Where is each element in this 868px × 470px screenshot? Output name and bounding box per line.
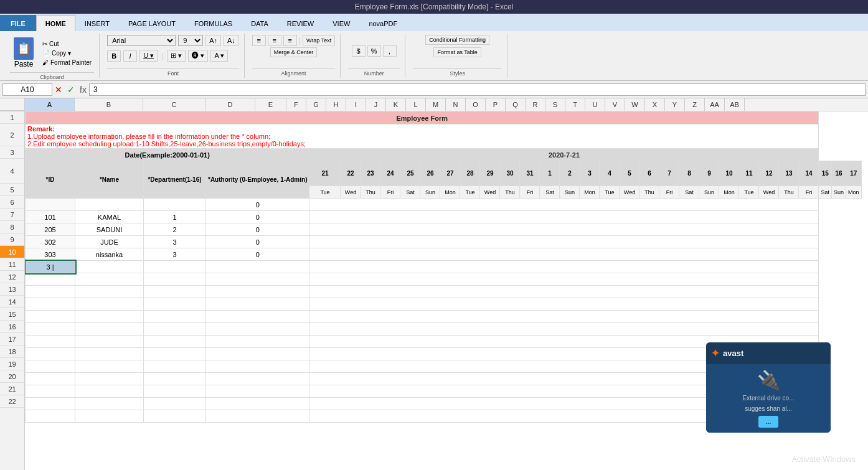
dollar-button[interactable]: $ bbox=[352, 45, 366, 57]
emp-empty-auth[interactable]: 0 bbox=[206, 199, 309, 211]
saduni-id[interactable]: 205 bbox=[26, 223, 75, 236]
tab-view[interactable]: VIEW bbox=[323, 15, 359, 31]
col-header-h[interactable]: H bbox=[326, 98, 346, 111]
col-header-o[interactable]: O bbox=[466, 98, 486, 111]
col-header-d[interactable]: D bbox=[205, 98, 255, 111]
nissanka-auth[interactable]: 0 bbox=[206, 248, 309, 261]
comma-button[interactable]: , bbox=[383, 45, 397, 57]
wrap-text-button[interactable]: Wrap Text bbox=[303, 35, 335, 45]
emp-empty-id[interactable] bbox=[26, 199, 75, 211]
col-header-i[interactable]: I bbox=[346, 98, 366, 111]
row-num-15[interactable]: 15 bbox=[0, 308, 24, 321]
row-num-4[interactable]: 4 bbox=[0, 159, 24, 184]
avast-button[interactable]: ... bbox=[758, 416, 778, 428]
row-num-21[interactable]: 21 bbox=[0, 383, 24, 395]
row-num-19[interactable]: 19 bbox=[0, 358, 24, 370]
kamal-id[interactable]: 101 bbox=[26, 211, 75, 223]
row-num-9[interactable]: 9 bbox=[0, 233, 24, 246]
col-header-u[interactable]: U bbox=[585, 98, 605, 111]
col-header-t[interactable]: T bbox=[565, 98, 585, 111]
row-num-6[interactable]: 6 bbox=[0, 196, 24, 209]
col-header-r[interactable]: R bbox=[526, 98, 545, 111]
col-header-x[interactable]: X bbox=[645, 98, 665, 111]
col-header-c[interactable]: C bbox=[143, 98, 205, 111]
col-header-k[interactable]: K bbox=[386, 98, 406, 111]
align-center-button[interactable]: ≡ bbox=[268, 35, 281, 46]
row-num-22[interactable]: 22 bbox=[0, 395, 24, 408]
row-num-2[interactable]: 2 bbox=[0, 124, 24, 146]
col-header-b[interactable]: B bbox=[75, 98, 143, 111]
saduni-dept[interactable]: 2 bbox=[144, 223, 206, 236]
tab-review[interactable]: REVIEW bbox=[278, 15, 323, 31]
emp-empty-name[interactable] bbox=[75, 199, 144, 211]
kamal-name[interactable]: KAMAL bbox=[75, 211, 144, 223]
tab-file[interactable]: FILE bbox=[0, 15, 36, 31]
row-num-8[interactable]: 8 bbox=[0, 221, 24, 233]
tab-insert[interactable]: INSERT bbox=[75, 15, 119, 31]
col-header-e[interactable]: E bbox=[255, 98, 286, 111]
col-header-p[interactable]: P bbox=[486, 98, 506, 111]
tab-home[interactable]: HOME bbox=[36, 15, 75, 31]
row-num-14[interactable]: 14 bbox=[0, 296, 24, 308]
jude-dept[interactable]: 3 bbox=[144, 236, 206, 248]
row-num-13[interactable]: 13 bbox=[0, 283, 24, 296]
underline-button[interactable]: U ▾ bbox=[139, 50, 158, 62]
border-button[interactable]: ⊞ ▾ bbox=[167, 50, 186, 62]
emp-empty-dept[interactable] bbox=[144, 199, 206, 211]
nissanka-dept[interactable]: 3 bbox=[144, 248, 206, 261]
align-left-button[interactable]: ≡ bbox=[252, 35, 266, 46]
jude-auth[interactable]: 0 bbox=[206, 236, 309, 248]
kamal-auth[interactable]: 0 bbox=[206, 211, 309, 223]
col-header-j[interactable]: J bbox=[366, 98, 386, 111]
row-num-16[interactable]: 16 bbox=[0, 321, 24, 333]
bold-button[interactable]: B bbox=[107, 50, 121, 62]
row-num-12[interactable]: 12 bbox=[0, 271, 24, 283]
font-name-select[interactable]: Arial bbox=[107, 35, 176, 46]
decrease-font-button[interactable]: A↓ bbox=[224, 35, 239, 46]
col-header-f[interactable]: F bbox=[286, 98, 306, 111]
col-header-q[interactable]: Q bbox=[506, 98, 526, 111]
col-header-l[interactable]: L bbox=[406, 98, 426, 111]
cell-reference-box[interactable]: A10 bbox=[2, 83, 52, 96]
copy-button[interactable]: 📄 Copy ▾ bbox=[40, 49, 94, 57]
italic-button[interactable]: I bbox=[123, 50, 137, 62]
col-header-s[interactable]: S bbox=[545, 98, 565, 111]
conditional-formatting-button[interactable]: Conditional Formatting bbox=[425, 35, 489, 45]
format-painter-button[interactable]: 🖌 Format Painter bbox=[40, 59, 94, 67]
row-num-5[interactable]: 5 bbox=[0, 184, 24, 196]
col-header-g[interactable]: G bbox=[306, 98, 326, 111]
increase-font-button[interactable]: A↑ bbox=[205, 35, 221, 46]
col-header-aa[interactable]: AA bbox=[705, 98, 725, 111]
formula-input[interactable] bbox=[89, 83, 866, 96]
tab-data[interactable]: DATA bbox=[242, 15, 278, 31]
col-header-z[interactable]: Z bbox=[685, 98, 705, 111]
tab-novapdf[interactable]: novaPDF bbox=[359, 15, 407, 31]
col-header-ab[interactable]: AB bbox=[725, 98, 745, 111]
row-num-7[interactable]: 7 bbox=[0, 209, 24, 221]
col-header-v[interactable]: V bbox=[605, 98, 625, 111]
paste-button[interactable]: 📋 Paste bbox=[10, 35, 37, 71]
col-header-n[interactable]: N bbox=[446, 98, 466, 111]
cut-button[interactable]: ✂ Cut bbox=[40, 40, 94, 48]
saduni-auth[interactable]: 0 bbox=[206, 223, 309, 236]
col-header-a[interactable]: A bbox=[25, 98, 75, 111]
font-color-button[interactable]: A ▾ bbox=[210, 50, 228, 62]
row-num-1[interactable]: 1 bbox=[0, 111, 24, 124]
tab-formulas[interactable]: FORMULAS bbox=[185, 15, 242, 31]
row-num-18[interactable]: 18 bbox=[0, 345, 24, 358]
row-num-11[interactable]: 11 bbox=[0, 258, 24, 271]
format-as-table-button[interactable]: Format as Table bbox=[433, 47, 481, 57]
col-header-m[interactable]: M bbox=[426, 98, 446, 111]
font-size-select[interactable]: 9 bbox=[178, 35, 203, 46]
kamal-dept[interactable]: 1 bbox=[144, 211, 206, 223]
confirm-icon[interactable]: ✓ bbox=[67, 85, 75, 95]
active-c[interactable] bbox=[144, 261, 206, 273]
active-cell[interactable]: 3 | bbox=[26, 261, 75, 273]
saduni-name[interactable]: SADUNI bbox=[75, 223, 144, 236]
nissanka-name[interactable]: nissanka bbox=[75, 248, 144, 261]
col-header-w[interactable]: W bbox=[625, 98, 645, 111]
row-num-20[interactable]: 20 bbox=[0, 370, 24, 383]
col-header-y[interactable]: Y bbox=[665, 98, 685, 111]
row-num-17[interactable]: 17 bbox=[0, 333, 24, 345]
row-num-3[interactable]: 3 bbox=[0, 146, 24, 159]
